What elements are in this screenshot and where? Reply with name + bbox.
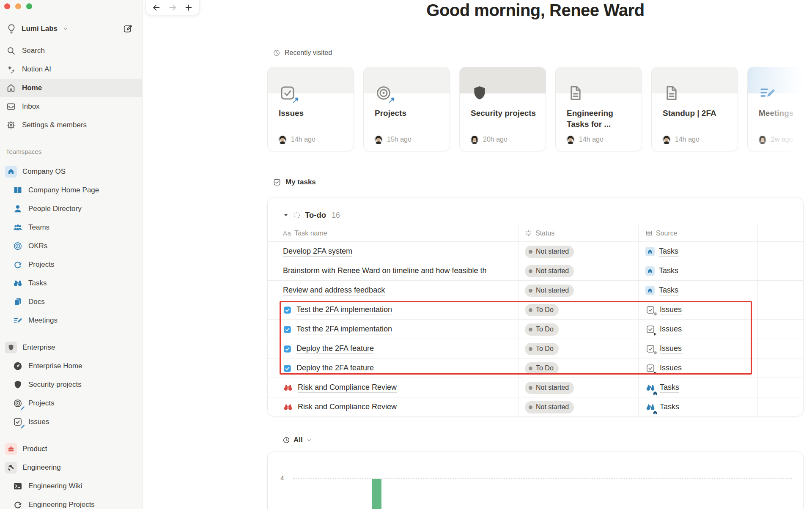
sidebar-item-security-projects[interactable]: Security projects: [0, 375, 142, 394]
task-row[interactable]: Deploy the 2FA featureTo DoIssues: [268, 339, 803, 358]
recent-card-standup-2fa[interactable]: Standup | 2FA14h ago: [651, 67, 738, 151]
task-row[interactable]: Deploy the 2FA featureTo DoIssues: [268, 358, 803, 378]
teamspace-product[interactable]: Product: [0, 440, 142, 458]
sidebar-item-search[interactable]: Search: [0, 41, 142, 60]
recent-card-projects[interactable]: Projects15h ago: [363, 67, 450, 151]
status-cell[interactable]: Not started: [525, 242, 574, 261]
teamspace-group-engineering: EngineeringEngineering WikiEngineering P…: [0, 458, 142, 509]
hammer-icon-box: [5, 462, 17, 473]
task-name-cell[interactable]: Review and address feedback: [283, 281, 515, 300]
source-cell[interactable]: Tasks: [645, 242, 678, 261]
status-cell[interactable]: Not started: [525, 397, 574, 416]
minimize-window-button[interactable]: [15, 3, 21, 9]
source-cell[interactable]: Issues: [645, 320, 682, 339]
task-name-cell[interactable]: Develop 2FA system: [283, 242, 515, 261]
source-cell[interactable]: Tasks: [645, 281, 678, 300]
checked-checkbox-icon[interactable]: [283, 345, 292, 353]
teamspace-enterprise[interactable]: Enterprise: [0, 338, 142, 357]
status-cell[interactable]: To Do: [525, 358, 559, 378]
compose-icon[interactable]: [123, 24, 133, 34]
task-name-cell[interactable]: Deploy the 2FA feature: [283, 358, 515, 378]
task-row[interactable]: Test the 2FA implementationTo DoIssues: [268, 300, 803, 320]
source-cell[interactable]: Issues: [645, 339, 682, 358]
column-status[interactable]: Status: [525, 224, 554, 242]
close-window-button[interactable]: [4, 3, 10, 9]
source-cell[interactable]: Issues: [645, 300, 682, 320]
sidebar-item-tasks[interactable]: Tasks: [0, 274, 142, 293]
source-cell[interactable]: Tasks: [645, 378, 679, 397]
status-badge[interactable]: To Do: [525, 323, 559, 336]
sidebar-item-notion-ai[interactable]: Notion AI: [0, 60, 142, 79]
sidebar-item-projects[interactable]: Projects: [0, 255, 142, 274]
sidebar-item-inbox[interactable]: Inbox: [0, 97, 142, 116]
sidebar-top-nav: SearchNotion AIHomeInboxSettings & membe…: [0, 41, 142, 134]
task-row[interactable]: Develop 2FA systemNot startedTasks: [268, 242, 803, 261]
teamspace-engineering[interactable]: Engineering: [0, 458, 142, 477]
task-name-cell[interactable]: Deploy the 2FA feature: [283, 339, 515, 358]
sidebar-item-teams[interactable]: Teams: [0, 218, 142, 237]
status-badge[interactable]: Not started: [525, 285, 574, 297]
column-source[interactable]: Source: [645, 224, 678, 242]
status-badge[interactable]: Not started: [525, 265, 574, 277]
task-name-cell[interactable]: Risk and Compliance Review: [283, 397, 515, 416]
new-tab-plus-icon[interactable]: [184, 3, 193, 12]
task-name-cell[interactable]: Brainstorm with Renee Ward on timeline a…: [283, 261, 515, 281]
checked-checkbox-icon[interactable]: [283, 364, 292, 373]
status-cell[interactable]: Not started: [525, 261, 574, 281]
sidebar-item-company-home-page[interactable]: Company Home Page: [0, 181, 142, 200]
target-icon: [13, 241, 23, 251]
recent-card-meetings[interactable]: Meetings2w ago: [747, 67, 812, 151]
status-cell[interactable]: Not started: [525, 281, 574, 300]
column-task-name[interactable]: Aa Task name: [283, 224, 327, 242]
status-badge[interactable]: Not started: [525, 401, 574, 413]
task-name-cell[interactable]: Risk and Compliance Review: [283, 378, 515, 397]
task-name-cell[interactable]: Test the 2FA implementation: [283, 300, 515, 320]
source-cell[interactable]: Tasks: [645, 397, 679, 416]
status-badge[interactable]: To Do: [525, 304, 559, 316]
terminal-icon: [13, 481, 23, 491]
status-cell[interactable]: To Do: [525, 320, 559, 339]
status-badge[interactable]: To Do: [525, 343, 559, 355]
source-cell[interactable]: Tasks: [645, 261, 678, 281]
source-cell[interactable]: Issues: [645, 358, 682, 378]
sidebar-item-issues[interactable]: Issues: [0, 413, 142, 431]
sidebar-item-home[interactable]: Home: [0, 79, 142, 97]
todo-group-header[interactable]: To-do 16: [283, 206, 340, 224]
status-cell[interactable]: Not started: [525, 378, 574, 397]
task-row[interactable]: Test the 2FA implementationTo DoIssues: [268, 320, 803, 339]
status-badge[interactable]: Not started: [525, 246, 574, 258]
forward-arrow-icon[interactable]: [168, 3, 177, 12]
sidebar-item-projects[interactable]: Projects: [0, 394, 142, 413]
sidebar-item-settings-members[interactable]: Settings & members: [0, 116, 142, 134]
status-badge[interactable]: To Do: [525, 362, 559, 375]
sidebar-item-engineering-projects[interactable]: Engineering Projects: [0, 495, 142, 509]
checked-checkbox-icon[interactable]: [283, 306, 292, 315]
status-cell[interactable]: To Do: [525, 339, 559, 358]
collapse-triangle-icon[interactable]: [283, 212, 289, 218]
sidebar-item-enterprise-home[interactable]: Enterprise Home: [0, 357, 142, 375]
workspace-switcher[interactable]: Lumi Labs: [0, 20, 142, 37]
sidebar-item-okrs[interactable]: OKRs: [0, 237, 142, 255]
recent-card-engineering-tasks-for[interactable]: Engineering Tasks for ...14h ago: [555, 67, 642, 151]
history-nav-bar: [146, 0, 199, 15]
task-row[interactable]: Brainstorm with Renee Ward on timeline a…: [268, 261, 803, 281]
sidebar-item-people-directory[interactable]: People Directory: [0, 200, 142, 218]
checked-checkbox-icon[interactable]: [283, 325, 292, 334]
zoom-window-button[interactable]: [26, 3, 32, 9]
task-name-cell[interactable]: Test the 2FA implementation: [283, 320, 515, 339]
status-cell[interactable]: To Do: [525, 300, 559, 320]
chart-filter[interactable]: All: [283, 436, 312, 444]
task-row[interactable]: Risk and Compliance ReviewNot startedTas…: [268, 397, 803, 416]
sidebar-item-docs[interactable]: Docs: [0, 293, 142, 311]
recent-card-security-projects[interactable]: Security projects20h ago: [459, 67, 546, 151]
teamspace-company-os[interactable]: Company OS: [0, 162, 142, 181]
sidebar-item-meetings[interactable]: Meetings: [0, 311, 142, 330]
card-title: Security projects: [471, 108, 536, 119]
recent-card-issues[interactable]: Issues14h ago: [267, 67, 354, 151]
back-arrow-icon[interactable]: [152, 3, 161, 12]
task-row[interactable]: Review and address feedbackNot startedTa…: [268, 281, 803, 300]
task-row[interactable]: Risk and Compliance ReviewNot startedTas…: [268, 378, 803, 397]
last-visited-time: 15h ago: [387, 136, 411, 143]
status-badge[interactable]: Not started: [525, 382, 574, 394]
sidebar-item-engineering-wiki[interactable]: Engineering Wiki: [0, 477, 142, 495]
